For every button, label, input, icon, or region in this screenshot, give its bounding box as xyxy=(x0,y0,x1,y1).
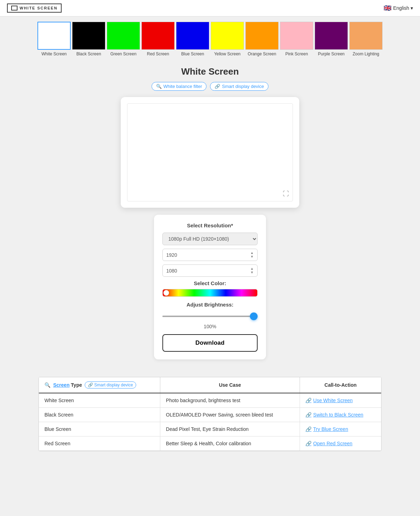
link-icon: 🔗 xyxy=(88,383,93,387)
col3-header: Call-to-Action xyxy=(300,377,381,393)
swatch-box xyxy=(245,22,279,50)
resolution-label: Select Resolution* xyxy=(162,222,258,228)
tag-icon: 🔍 xyxy=(156,84,162,89)
col1-header: 🔍Screen Type🔗Smart display device xyxy=(39,377,160,393)
swatch-item[interactable]: Orange Screen xyxy=(245,22,279,56)
height-up-btn[interactable]: ▲ xyxy=(250,267,254,270)
search-icon: 🔍 xyxy=(44,382,50,388)
screen-name: Blue Screen xyxy=(39,422,160,436)
screen-name: Red Screen xyxy=(39,436,160,451)
cta-link[interactable]: 🔗Try Blue Screen xyxy=(306,426,376,432)
use-case: Dead Pixel Test, Eye Strain Reduction xyxy=(160,422,300,436)
swatch-item[interactable]: Black Screen xyxy=(71,22,106,56)
swatch-label: White Screen xyxy=(41,51,66,56)
height-input[interactable] xyxy=(166,268,236,274)
logo-text: WHITE SCREEN xyxy=(20,6,57,10)
swatch-label: Purple Screen xyxy=(318,51,344,56)
swatch-item[interactable]: White Screen xyxy=(37,22,71,56)
width-input[interactable] xyxy=(166,252,236,258)
screen-name: Black Screen xyxy=(39,408,160,422)
width-field: ▲ ▼ xyxy=(162,249,258,261)
swatch-label: Red Screen xyxy=(147,51,169,56)
swatch-label: Zoom Lighting xyxy=(352,51,379,56)
cta-label: Use White Screen xyxy=(313,398,353,403)
swatch-label: Yellow Screen xyxy=(214,51,241,56)
height-down-btn[interactable]: ▼ xyxy=(250,271,254,274)
swatch-item[interactable]: Green Screen xyxy=(106,22,141,56)
swatch-item[interactable]: Pink Screen xyxy=(279,22,314,56)
download-button[interactable]: Download xyxy=(162,334,258,352)
swatch-box xyxy=(176,22,209,50)
table-row: Blue ScreenDead Pixel Test, Eye Strain R… xyxy=(39,422,381,436)
th-smart-tag[interactable]: 🔗Smart display device xyxy=(85,381,136,388)
col2-header: Use Case xyxy=(160,377,300,393)
link-icon: 🔗 xyxy=(306,441,312,446)
table-row: Black ScreenOLED/AMOLED Power Saving, sc… xyxy=(39,408,381,422)
col1-screen-type: Screen Type xyxy=(53,382,82,388)
flag-icon: 🇬🇧 xyxy=(384,4,391,12)
logo-icon xyxy=(11,6,18,11)
swatch-box xyxy=(72,22,105,50)
swatch-label: Orange Screen xyxy=(248,51,276,56)
swatch-item[interactable]: Yellow Screen xyxy=(210,22,245,56)
screen-table: 🔍Screen Type🔗Smart display device Use Ca… xyxy=(38,377,382,451)
swatch-label: Green Screen xyxy=(110,51,136,56)
brightness-slider-row[interactable] xyxy=(162,311,258,322)
header: WHITE SCREEN 🇬🇧 English ▾ xyxy=(0,0,420,16)
brightness-track xyxy=(162,316,258,317)
use-case: Better Sleep & Health, Color calibration xyxy=(160,436,300,451)
screen-name: White Screen xyxy=(39,393,160,408)
logo[interactable]: WHITE SCREEN xyxy=(7,4,62,13)
color-picker[interactable] xyxy=(162,289,258,297)
use-case: Photo background, brightness test xyxy=(160,393,300,408)
language-label: English ▾ xyxy=(393,5,413,11)
preview-screen: ⛶ xyxy=(127,103,293,201)
swatch-label: Blue Screen xyxy=(181,51,204,56)
swatch-box xyxy=(315,22,348,50)
tag-label: Smart display device xyxy=(222,84,264,89)
swatch-item[interactable]: Blue Screen xyxy=(175,22,210,56)
link-icon: 🔗 xyxy=(306,398,312,403)
tag[interactable]: 🔗Smart display device xyxy=(210,82,268,91)
swatches-bar: White ScreenBlack ScreenGreen ScreenRed … xyxy=(0,16,420,59)
cta-cell: 🔗Open Red Screen xyxy=(300,436,381,451)
height-spinners: ▲ ▼ xyxy=(250,267,254,274)
swatch-label: Black Screen xyxy=(76,51,101,56)
cta-link[interactable]: 🔗Open Red Screen xyxy=(306,441,376,446)
controls-card: Select Resolution* 1080p Full HD (1920×1… xyxy=(154,215,266,359)
swatch-item[interactable]: Red Screen xyxy=(141,22,175,56)
cta-cell: 🔗Switch to Black Screen xyxy=(300,408,381,422)
width-up-btn[interactable]: ▲ xyxy=(250,251,254,255)
width-down-btn[interactable]: ▼ xyxy=(250,255,254,259)
language-selector[interactable]: 🇬🇧 English ▾ xyxy=(384,4,413,12)
col1-header-inner: 🔍Screen Type🔗Smart display device xyxy=(44,381,154,388)
swatch-box xyxy=(37,22,71,50)
cta-label: Try Blue Screen xyxy=(313,426,348,432)
height-field: ▲ ▼ xyxy=(162,264,258,277)
width-spinners: ▲ ▼ xyxy=(250,251,254,259)
resolution-select[interactable]: 1080p Full HD (1920×1080)720p HD (1280×7… xyxy=(162,233,258,245)
main-content: White Screen 🔍White balance filter🔗Smart… xyxy=(0,59,420,366)
swatch-item[interactable]: Zoom Lighting xyxy=(349,22,383,56)
page-title: White Screen xyxy=(181,66,239,77)
tags-row: 🔍White balance filter🔗Smart display devi… xyxy=(152,82,269,91)
tag[interactable]: 🔍White balance filter xyxy=(152,82,207,91)
fullscreen-icon[interactable]: ⛶ xyxy=(283,190,289,198)
swatch-item[interactable]: Purple Screen xyxy=(314,22,349,56)
screen-link[interactable]: Screen xyxy=(53,382,70,388)
cta-cell: 🔗Use White Screen xyxy=(300,393,381,408)
swatch-box xyxy=(211,22,244,50)
brightness-fill xyxy=(162,316,253,317)
preview-card: ⛶ xyxy=(121,97,299,208)
swatch-box xyxy=(349,22,383,50)
th-tag-label: Smart display device xyxy=(94,383,133,387)
tag-icon: 🔗 xyxy=(215,84,220,89)
cta-label: Switch to Black Screen xyxy=(313,412,363,418)
brightness-percent: 100% xyxy=(162,324,258,329)
table-row: Red ScreenBetter Sleep & Health, Color c… xyxy=(39,436,381,451)
brightness-thumb[interactable] xyxy=(250,312,258,320)
cta-cell: 🔗Try Blue Screen xyxy=(300,422,381,436)
cta-link[interactable]: 🔗Switch to Black Screen xyxy=(306,412,376,418)
link-icon: 🔗 xyxy=(306,412,312,418)
cta-link[interactable]: 🔗Use White Screen xyxy=(306,398,376,403)
